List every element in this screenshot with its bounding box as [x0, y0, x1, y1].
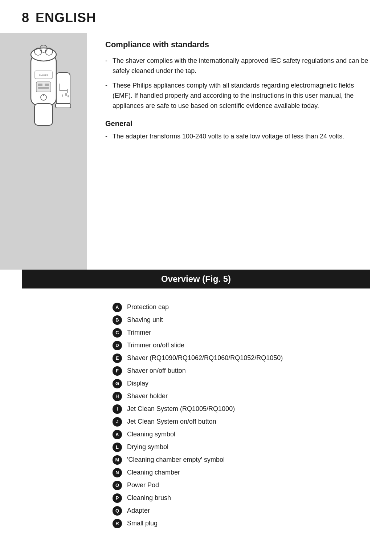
svg-rect-14	[56, 73, 70, 105]
svg-text:PHILIPS: PHILIPS	[39, 74, 49, 77]
list-item: RSmall plug	[113, 518, 370, 528]
general-section: General The adapter transforms 100-240 v…	[105, 120, 370, 142]
list-item: PCleaning brush	[113, 493, 370, 503]
general-title: General	[105, 120, 370, 128]
item-letter-badge: M	[113, 455, 122, 465]
item-letter-badge: D	[113, 341, 122, 350]
list-item: IJet Clean System (RQ1005/RQ1000)	[113, 404, 370, 414]
device-image: PHILIPS	[11, 40, 76, 142]
item-letter-badge: L	[113, 443, 122, 452]
svg-rect-13	[34, 104, 53, 125]
compliance-section: Compliance with standards The shaver com…	[105, 40, 370, 111]
item-letter-badge: N	[113, 468, 122, 477]
list-item: EShaver (RQ1090/RQ1062/RQ1060/RQ1052/RQ1…	[113, 353, 370, 363]
item-letter-badge: F	[113, 366, 122, 376]
item-label: Shaver holder	[127, 391, 370, 401]
item-label: Jet Clean System on/off button	[127, 417, 370, 427]
item-letter-badge: G	[113, 379, 122, 388]
item-letter-badge: E	[113, 354, 122, 363]
item-letter-badge: Q	[113, 506, 122, 516]
item-label: Protection cap	[127, 302, 370, 312]
list-item: OPower Pod	[113, 480, 370, 490]
list-item: The adapter transforms 100-240 volts to …	[105, 132, 370, 142]
svg-rect-9	[45, 84, 49, 86]
compliance-title: Compliance with standards	[105, 40, 370, 49]
item-letter-badge: O	[113, 481, 122, 490]
svg-rect-0	[31, 55, 56, 105]
compliance-bullets: The shaver complies with the internation…	[105, 56, 370, 111]
list-item: HShaver holder	[113, 391, 370, 401]
overview-list: AProtection capBShaving unitCTrimmerDTri…	[113, 296, 370, 528]
list-item: KCleaning symbol	[113, 429, 370, 439]
item-label: Shaver (RQ1090/RQ1062/RQ1060/RQ1052/RQ10…	[127, 353, 370, 363]
general-bullets: The adapter transforms 100-240 volts to …	[105, 132, 370, 142]
list-item: BShaving unit	[113, 315, 370, 325]
main-content: PHILIPS	[0, 33, 392, 270]
svg-rect-7	[36, 82, 51, 92]
svg-rect-10	[38, 87, 49, 89]
list-item: DTrimmer on/off slide	[113, 340, 370, 350]
item-label: Cleaning brush	[127, 493, 370, 503]
item-label: Trimmer	[127, 328, 370, 338]
overview-section: Overview (Fig. 5) AProtection capBShavin…	[0, 270, 392, 553]
device-illustration: PHILIPS	[15, 44, 73, 138]
item-letter-badge: J	[113, 417, 122, 427]
svg-point-15	[65, 93, 67, 96]
list-item: The shaver complies with the internation…	[105, 56, 370, 76]
item-label: Display	[127, 379, 370, 388]
item-label: Drying symbol	[127, 442, 370, 452]
item-letter-badge: R	[113, 519, 122, 528]
list-item: JJet Clean System on/off button	[113, 417, 370, 427]
item-letter-badge: I	[113, 404, 122, 414]
svg-rect-18	[56, 104, 71, 108]
list-item: QAdapter	[113, 506, 370, 516]
item-label: Cleaning chamber	[127, 468, 370, 477]
list-item: GDisplay	[113, 379, 370, 388]
item-letter-badge: K	[113, 430, 122, 439]
list-item: CTrimmer	[113, 328, 370, 338]
item-label: Power Pod	[127, 480, 370, 490]
svg-point-17	[68, 95, 69, 97]
item-label: Cleaning symbol	[127, 429, 370, 439]
item-letter-badge: C	[113, 328, 122, 338]
svg-point-16	[62, 94, 63, 97]
page: 8 ENGLISH PHILIPS	[0, 0, 392, 553]
svg-rect-8	[38, 84, 42, 86]
item-letter-badge: A	[113, 303, 122, 312]
list-item: LDrying symbol	[113, 442, 370, 452]
item-label: Shaver on/off button	[127, 366, 370, 376]
page-number: 8	[22, 10, 29, 25]
overview-header: Overview (Fig. 5)	[22, 270, 370, 288]
item-label: Adapter	[127, 506, 370, 516]
left-sidebar: PHILIPS	[0, 33, 87, 270]
list-item: NCleaning chamber	[113, 468, 370, 477]
list-item: M'Cleaning chamber empty' symbol	[113, 455, 370, 465]
item-label: Shaving unit	[127, 315, 370, 325]
language-title: ENGLISH	[36, 10, 96, 25]
item-letter-badge: B	[113, 315, 122, 325]
page-header: 8 ENGLISH	[0, 0, 392, 33]
right-content: Compliance with standards The shaver com…	[87, 33, 392, 270]
item-label: Trimmer on/off slide	[127, 340, 370, 350]
item-letter-badge: H	[113, 392, 122, 401]
list-item: AProtection cap	[113, 302, 370, 312]
item-label: Small plug	[127, 518, 370, 528]
item-label: 'Cleaning chamber empty' symbol	[127, 455, 370, 465]
list-item: These Philips appliances comply with all…	[105, 81, 370, 111]
list-item: FShaver on/off button	[113, 366, 370, 376]
item-letter-badge: P	[113, 493, 122, 503]
item-label: Jet Clean System (RQ1005/RQ1000)	[127, 404, 370, 414]
